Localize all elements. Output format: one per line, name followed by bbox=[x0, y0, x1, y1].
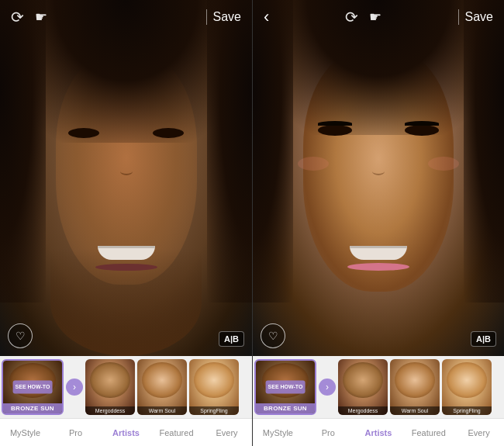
heart-button-right[interactable]: ♡ bbox=[261, 323, 285, 348]
ab-label-left: A|B bbox=[224, 334, 239, 344]
tab-mystyle-right[interactable]: MyStyle bbox=[253, 422, 303, 444]
header-divider-left bbox=[206, 9, 207, 25]
carousel-label-warm-soul-right: Warm Soul bbox=[390, 406, 440, 415]
blush-left-right bbox=[298, 157, 329, 171]
hair-right-right bbox=[464, 0, 504, 303]
lips-right bbox=[347, 263, 409, 271]
heart-icon-right: ♡ bbox=[268, 330, 278, 342]
tab-featured-right[interactable]: Featured bbox=[403, 422, 454, 444]
tab-pro-left[interactable]: Pro bbox=[50, 422, 101, 444]
featured-label-left: Bronze Sun bbox=[3, 403, 62, 413]
right-panel: ‹ ⟳ ☛ Save bbox=[252, 0, 504, 446]
back-button-right[interactable]: ‹ bbox=[264, 7, 269, 27]
ab-badge-right[interactable]: A|B bbox=[471, 331, 496, 347]
header-icons-right: ⟳ ☛ bbox=[345, 8, 381, 26]
hand-pointer-icon-right[interactable]: ☛ bbox=[369, 9, 381, 26]
save-button-left[interactable]: Save bbox=[213, 10, 241, 24]
nose-right bbox=[372, 168, 385, 175]
carousel-item-warm-soul-left[interactable]: Warm Soul bbox=[137, 359, 187, 415]
see-how-to-left: SEE HOW-TO bbox=[13, 380, 53, 393]
header-divider-right bbox=[458, 9, 459, 25]
carousel-item-mergoddess-right[interactable]: Mergoddess bbox=[338, 359, 388, 415]
face-image-left: ♡ A|B bbox=[0, 0, 252, 356]
history-icon-left[interactable]: ⟳ bbox=[11, 8, 24, 26]
hand-pointer-icon-left[interactable]: ☛ bbox=[35, 9, 47, 26]
carousel-right: SEE HOW-TO Bronze Sun › Mergoddess Warm … bbox=[253, 356, 504, 418]
carousel-items-right: SEE HOW-TO Bronze Sun › Mergoddess Warm … bbox=[253, 359, 493, 415]
carousel-label-mergoddess-left: Mergoddess bbox=[85, 406, 135, 415]
lash-left-right bbox=[318, 121, 352, 126]
eye-right-right bbox=[405, 125, 439, 136]
heart-icon-left: ♡ bbox=[16, 330, 26, 342]
featured-label-right: Bronze Sun bbox=[256, 403, 315, 413]
hair-left-left bbox=[0, 0, 46, 303]
carousel-item-springfling-left[interactable]: SpringFling bbox=[189, 359, 239, 415]
tab-artists-right[interactable]: Artists bbox=[354, 422, 404, 444]
tab-every-right[interactable]: Every bbox=[454, 422, 504, 444]
eye-left-right bbox=[318, 125, 352, 136]
tab-pro-right[interactable]: Pro bbox=[303, 422, 354, 444]
left-header: ⟳ ☛ Save bbox=[0, 0, 252, 34]
teeth-left bbox=[98, 246, 155, 260]
carousel-item-mergoddess-left[interactable]: Mergoddess bbox=[85, 359, 135, 415]
lips-left bbox=[95, 264, 157, 271]
teeth-right bbox=[350, 246, 407, 260]
nose-left bbox=[120, 168, 133, 175]
carousel-item-springfling-right[interactable]: SpringFling bbox=[442, 359, 492, 415]
carousel-item-warm-soul-right[interactable]: Warm Soul bbox=[390, 359, 440, 415]
carousel-arrow-right[interactable]: › bbox=[319, 379, 336, 396]
heart-button-left[interactable]: ♡ bbox=[8, 323, 33, 348]
carousel-items-left: SEE HOW-TO Bronze Sun › Mergoddess Warm … bbox=[0, 359, 240, 415]
hair-right-left bbox=[207, 0, 253, 303]
bottom-nav-right: MyStyle Pro Artists Featured Every bbox=[253, 418, 504, 446]
tab-mystyle-left[interactable]: MyStyle bbox=[0, 422, 50, 444]
blush-right-right bbox=[428, 157, 459, 171]
lash-right-right bbox=[405, 121, 439, 126]
save-button-right[interactable]: Save bbox=[465, 10, 493, 24]
carousel-item-bronze-sun-left[interactable]: SEE HOW-TO Bronze Sun bbox=[2, 359, 64, 415]
carousel-label-springfling-right: SpringFling bbox=[442, 406, 492, 415]
carousel-label-springfling-left: SpringFling bbox=[189, 406, 239, 415]
hair-left-right bbox=[253, 0, 293, 303]
carousel-item-bronze-sun-right[interactable]: SEE HOW-TO Bronze Sun bbox=[254, 359, 316, 415]
see-how-to-right: SEE HOW-TO bbox=[266, 380, 306, 393]
teeth-divider-left bbox=[98, 246, 155, 248]
face-bg-left bbox=[0, 0, 252, 356]
history-icon-right[interactable]: ⟳ bbox=[345, 8, 358, 26]
tab-featured-left[interactable]: Featured bbox=[151, 422, 202, 444]
carousel-left: SEE HOW-TO Bronze Sun › Mergoddess Warm … bbox=[0, 356, 252, 418]
teeth-divider-right bbox=[350, 246, 407, 248]
ab-label-right: A|B bbox=[476, 334, 491, 344]
carousel-arrow-left[interactable]: › bbox=[66, 379, 83, 396]
face-image-right: ♡ A|B bbox=[253, 0, 504, 356]
bottom-nav-left: MyStyle Pro Artists Featured Every bbox=[0, 418, 252, 446]
face-bg-right bbox=[253, 0, 504, 356]
tab-artists-left[interactable]: Artists bbox=[101, 422, 151, 444]
tab-every-left[interactable]: Every bbox=[202, 422, 252, 444]
carousel-label-mergoddess-right: Mergoddess bbox=[338, 406, 388, 415]
right-header: ‹ ⟳ ☛ Save bbox=[253, 0, 504, 34]
left-panel: ⟳ ☛ Save bbox=[0, 0, 252, 446]
header-icons-left: ⟳ ☛ bbox=[11, 8, 47, 26]
ab-badge-left[interactable]: A|B bbox=[219, 331, 244, 347]
carousel-label-warm-soul-left: Warm Soul bbox=[137, 406, 187, 415]
